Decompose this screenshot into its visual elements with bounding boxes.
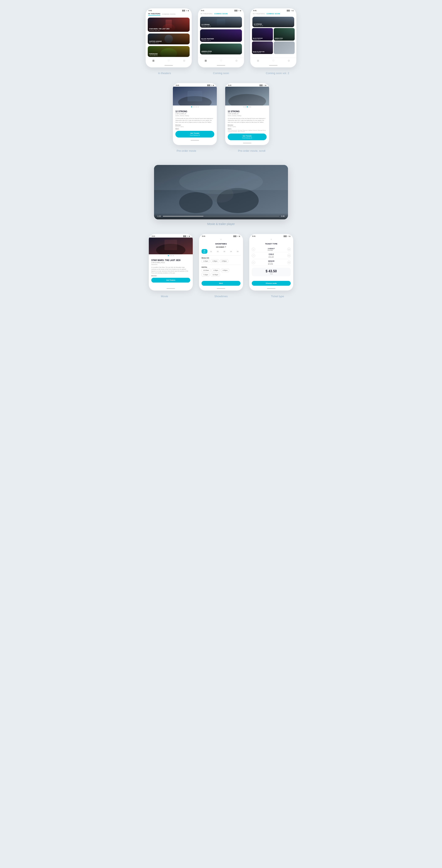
date-11[interactable]: 11 (208, 250, 214, 253)
adult-minus-btn[interactable]: − (252, 248, 255, 251)
video-progress[interactable] (163, 216, 279, 216)
date-15[interactable]: 15 (234, 250, 241, 253)
nav-in-theaters-3[interactable]: IN THEATERS (253, 13, 265, 14)
home-icon-1[interactable]: ⊞ (152, 59, 154, 62)
status-bar-p2: 9:41 ▌▌▌ ⊙ ▮ (225, 83, 269, 87)
preorder-hero-2: ∧ (225, 87, 269, 105)
choose-seats-btn[interactable]: Choose seats (252, 281, 291, 286)
date-14[interactable]: 14 (228, 250, 234, 253)
total-label: Total (253, 273, 289, 275)
home-indicator-2 (217, 65, 225, 66)
date-13[interactable]: 13 (221, 250, 227, 253)
preorder-stars-2: Chris Hemsworth, Michael Shannon, Willia… (228, 130, 266, 132)
movie-card-justiceleague[interactable]: JUSTICE LEAGUE THE 26 MIN PG13 (148, 33, 190, 44)
nav-coming-soon-3[interactable]: COMING SOON (266, 13, 280, 14)
time-435pm[interactable]: 4:35pm (211, 259, 219, 263)
heart-icon-3[interactable]: ♡ (272, 59, 275, 62)
home-icon-2[interactable]: ⊞ (205, 59, 207, 62)
profile-icon-3[interactable]: ⊙ (288, 59, 290, 62)
dot-2-1 (243, 106, 245, 107)
phone-showtimes: 9:41 ▌▌▌ ⊙ ▮ ∧ SHOWTIMES DECEMBER ▾ 10 D… (199, 234, 243, 290)
time-405pm[interactable]: 4:05pm (221, 269, 229, 272)
movie-title-12strong-g: 12 STRONG (254, 24, 293, 25)
movie-title-annihilation-cs: ANNIHILATION (201, 51, 241, 52)
video-player[interactable]: 1:22 2:45 (154, 165, 288, 219)
get-tickets-movie-btn[interactable]: Get Tickets (151, 278, 190, 283)
preorder-hero-1: ∧ (173, 87, 217, 105)
movie-card-blackpanther-cs[interactable]: BLACK PANTHER OPENING FEB 12 (200, 29, 242, 42)
grid-sub-annihilation: OPENING JAN 24 (275, 39, 294, 40)
search-icon-1[interactable]: ♡ (168, 59, 170, 62)
child-price: $ 11.25 (269, 256, 274, 258)
movie-card-starwars[interactable]: STAR WARS: THE LAST JEDI OPENING MAR 202… (148, 18, 190, 32)
grid-readyplayerone[interactable]: READY PLAYER ONE OPENING MAR 30 (252, 41, 273, 54)
get-tickets-btn-1[interactable]: Get Tickets From February 19 (176, 131, 214, 137)
grid-extra[interactable] (274, 41, 295, 54)
senior-plus-btn[interactable]: + (287, 261, 291, 264)
dot-1-4 (196, 106, 197, 107)
digital-times: 10:20am 1:35pm 4:05pm (201, 269, 241, 272)
battery-st: ▮ (239, 236, 240, 237)
adult-controls: − (252, 248, 255, 251)
nav-coming-soon-2[interactable]: COMING SOON (214, 13, 228, 14)
movie-card-12strong-g[interactable]: 12 STRONG OPENING JAN 19 (252, 17, 294, 27)
senior-minus-btn[interactable]: − (252, 261, 255, 264)
profile-icon-1[interactable]: ⊙ (183, 59, 185, 62)
wifi-p2: ⊙ (263, 85, 265, 86)
bottom-nav-2: ⊞ ♡ ⊙ (198, 58, 244, 64)
label-ticket-type: Ticket type (252, 295, 303, 298)
adult-plus-btn[interactable]: + (287, 248, 291, 251)
grid-sub-readyplayerone: OPENING MAR 30 (253, 52, 272, 53)
phone-preorder-2: 9:41 ▌▌▌ ⊙ ▮ ∧ 12 STRONG 2 HR 10 MIN | (225, 83, 269, 145)
dot-m-1 (168, 255, 169, 256)
total-box: $ 43.50 Total (252, 268, 291, 276)
date-12[interactable]: 12 (215, 250, 221, 253)
phone-preorder-1: 9:41 ▌▌▌ ⊙ ▮ ∧ 12 STRONG 2 HR (173, 83, 217, 145)
search-icon-2[interactable]: ♡ (220, 59, 222, 62)
wifi-tk: ⊙ (288, 236, 289, 237)
nav-in-theaters-2[interactable]: IN THEATERS (200, 13, 213, 14)
signal-p1: ▌▌▌ (208, 85, 211, 86)
profile-icon-2[interactable]: ⊙ (235, 59, 238, 62)
wifi-icon: ⊙ (186, 10, 187, 11)
movie-card-annihilation-cs[interactable]: ANNIHILATION OPENING MAR 24 (200, 43, 242, 55)
signal-tk: ▌▌▌ (284, 236, 287, 237)
time-135pm[interactable]: 1:35pm (212, 269, 220, 272)
get-tickets-btn-2[interactable]: Get Tickets From February 19 (228, 133, 266, 140)
grid-blackpanther[interactable]: BLACK PANTHER OPENING FEB 12 (252, 28, 273, 41)
movie-title-blackpanther-cs: BLACK PANTHER (201, 38, 241, 40)
month-selector[interactable]: DECEMBER ▾ (201, 246, 241, 248)
time-655pm[interactable]: 6:55pm (220, 259, 228, 263)
movie-card-ferdinand[interactable]: FERDINAND 1 HR 43 MIN PG (148, 46, 190, 57)
child-controls: − (252, 254, 255, 257)
dot-m-2 (169, 255, 170, 256)
status-bar-2: 9:41 ▌▌▌ ⊙ ▮ (198, 8, 244, 12)
nav-coming-soon-1[interactable]: COMING SOON (162, 13, 176, 15)
preorder-title-2: 12 STRONG (228, 110, 266, 113)
child-plus-btn[interactable]: + (287, 254, 291, 257)
date-10[interactable]: 10 DEC (201, 249, 208, 254)
format-digital: DIGITAL (201, 267, 241, 268)
movie-main-genre: Adventure (151, 264, 190, 265)
status-time-p1: 9:41 (176, 84, 179, 86)
preorder-meta-1: 2 HR 10 MIN | R (176, 113, 214, 115)
label-coming-soon: Coming soon (196, 71, 246, 75)
preorder-genre-2: Action, Drama, History (228, 115, 266, 116)
time-115pm[interactable]: 1:15pm (201, 259, 210, 263)
preorder-director-label-2: Director: (228, 124, 266, 126)
movie-card-12strong-cs[interactable]: 12 STRONG OPENING JAN 19 (200, 17, 242, 28)
time-1020am[interactable]: 10:20am (201, 269, 211, 272)
time-1035pm[interactable]: 10:35pm (211, 273, 220, 277)
senior-controls: − (252, 261, 255, 264)
battery-tk: ▮ (289, 236, 290, 237)
video-overlay: 1:22 2:45 (154, 165, 288, 219)
adult-name: 3 ADULT (268, 248, 275, 249)
time-715pm[interactable]: 7:15pm (201, 273, 210, 277)
grid-annihilation[interactable]: ANNIHILATION OPENING JAN 24 (274, 28, 295, 41)
row1-labels: In theaters Coming soon Coming soon vol.… (139, 71, 303, 75)
nav-in-theaters[interactable]: IN THEATERS (148, 13, 160, 16)
preorder-stars-label-2: Stars: (228, 128, 266, 130)
next-btn[interactable]: Next (201, 281, 241, 286)
home-icon-3[interactable]: ⊞ (257, 59, 259, 62)
child-minus-btn[interactable]: − (252, 254, 255, 257)
